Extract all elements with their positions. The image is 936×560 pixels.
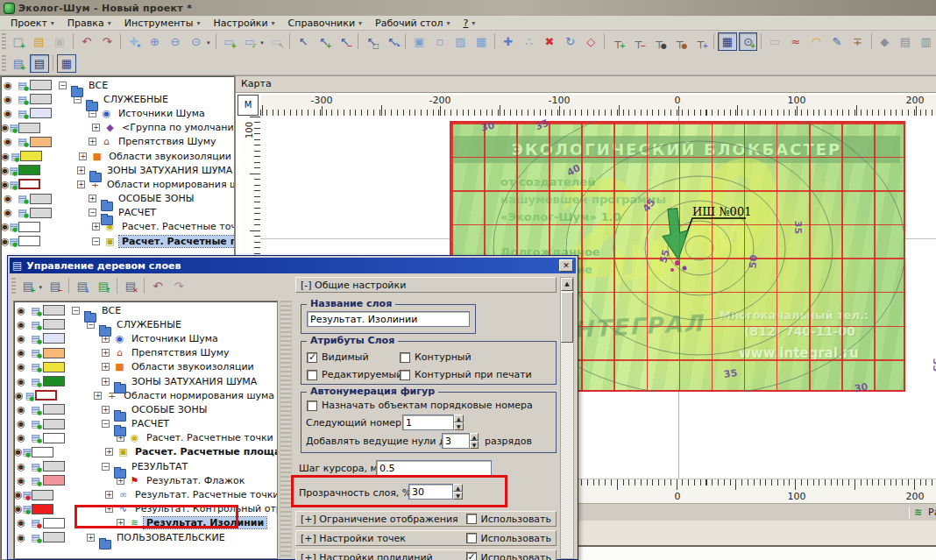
scroll-thumb[interactable] <box>561 292 573 343</box>
expand-toggle-icon[interactable]: + <box>102 378 110 386</box>
expand-toggle-icon[interactable]: − <box>102 463 110 471</box>
tree-row-label[interactable]: СЛУЖЕБНЫЕ <box>114 319 184 330</box>
visibility-eye-icon[interactable]: ◉ <box>1 136 15 147</box>
printer-icon[interactable]: ▤● <box>28 361 43 372</box>
helmet-button[interactable]: ◠ <box>807 32 826 51</box>
expand-toggle-icon[interactable]: + <box>105 448 113 456</box>
frame-apply-button[interactable]: ▭✓▾ <box>240 32 259 51</box>
visibility-eye-icon[interactable]: ◉ <box>14 333 28 344</box>
expand-toggle-icon[interactable]: − <box>92 237 100 245</box>
tree-row-label[interactable]: Результат. Флажок <box>144 475 247 486</box>
visibility-eye-icon[interactable]: ◉ <box>14 390 25 401</box>
section-display-limit[interactable]: [+] Ограничение отображения Использовать <box>295 511 557 527</box>
menu-edit[interactable]: Правка <box>60 17 117 30</box>
printer-icon[interactable]: ▤● <box>10 221 18 232</box>
frame-add-button[interactable]: ▭+ <box>219 32 238 51</box>
tree-row[interactable]: ◉▤●+⌂Препятствия Шуму <box>1 135 234 149</box>
tree-row-label[interactable]: Результат. Изолинии <box>144 517 266 528</box>
tree-row[interactable]: ◉▤●+ОСОБЫЕ ЗОНЫ <box>14 402 277 416</box>
layer-color-swatch[interactable] <box>43 433 65 443</box>
rotate-region-button[interactable]: ↻ <box>561 32 580 51</box>
dialog-title-bar[interactable]: ▤ Управление деревом слоев ✕ <box>10 258 576 273</box>
tree-row-label[interactable]: Области звукоизоляции <box>129 361 257 372</box>
leading-zeros-input[interactable] <box>442 433 470 449</box>
visibility-eye-icon[interactable]: ◉ <box>14 517 28 528</box>
move-objects-button[interactable]: ✚ <box>499 32 518 51</box>
expand-toggle-icon[interactable]: + <box>89 138 96 145</box>
visibility-eye-icon[interactable]: ◉ <box>14 319 28 330</box>
expand-toggle-icon[interactable]: + <box>105 505 113 513</box>
transparency-input[interactable] <box>408 484 453 500</box>
visibility-eye-icon[interactable]: ◉ <box>1 207 15 218</box>
tree-row-label[interactable]: РАСЧЕТ <box>129 418 172 429</box>
table-view-button[interactable]: ▤ <box>896 32 915 51</box>
move-layer-down-button[interactable]: ▤↓ <box>73 277 92 295</box>
tree-row-label[interactable]: Области звукоизоляции <box>106 151 234 162</box>
visibility-eye-icon[interactable]: ◉ <box>14 532 28 543</box>
visibility-eye-icon[interactable]: ◉ <box>14 347 28 358</box>
tree-row[interactable]: ◉▤●−◉Источники Шума <box>1 106 234 120</box>
visibility-eye-icon[interactable]: ◉ <box>14 503 23 514</box>
tree-row[interactable]: ◉▤●+∿Результат. Контрольный отрезок <box>14 502 277 516</box>
tree-row[interactable]: ◉▤●+⌂Препятствия Шуму <box>14 346 277 360</box>
layer-color-swatch[interactable] <box>43 404 65 415</box>
printer-icon[interactable]: ▤● <box>23 503 32 514</box>
visibility-eye-icon[interactable]: ◉ <box>1 80 15 91</box>
spinner-arrows[interactable]: ▲▼ <box>470 433 479 449</box>
tree-row[interactable]: ◉▤●+◉Источники Шума <box>14 331 277 345</box>
tree-row[interactable]: ◉▤●+◉Расчет. Расчетные точки <box>14 431 277 445</box>
layer-add-button[interactable]: ▤+ <box>9 54 28 73</box>
expand-toggle-icon[interactable]: + <box>92 124 100 131</box>
scroll-up-icon[interactable]: ▲ <box>561 278 573 291</box>
expand-toggle-icon[interactable]: + <box>77 181 85 188</box>
leading-zeros-spinner[interactable]: ▲▼ <box>442 433 479 449</box>
visibility-eye-icon[interactable]: ◉ <box>1 193 15 204</box>
tree-row[interactable]: ◉▤●+ЗОНЫ ЗАТУХАНИЯ ШУМА <box>1 163 234 177</box>
expand-toggle-icon[interactable]: − <box>102 420 110 428</box>
tree-row[interactable]: ◉▤●+∓Области нормирования шума <box>14 388 277 402</box>
printer-icon[interactable]: ▤● <box>28 517 43 528</box>
select-add-button[interactable]: ↖+ <box>315 32 334 51</box>
zoom-in-button[interactable]: ⊕ <box>145 32 165 51</box>
tree-row[interactable]: ◉▤●+∓Области нормирования шума <box>1 177 234 191</box>
delete-layer-button[interactable]: ▤✕ <box>121 277 140 295</box>
visibility-eye-icon[interactable]: ◉ <box>14 432 28 443</box>
layer-color-swatch[interactable] <box>30 194 52 204</box>
section-point-settings[interactable]: [+] Настройки точек Использовать <box>295 530 557 546</box>
tree-row[interactable]: ◉▤●+■Области звукоизоляции <box>14 360 277 374</box>
layer-color-swatch[interactable] <box>18 179 40 189</box>
tree-row[interactable]: ◉▤●+▣Расчет. Расчетные площадки <box>14 445 277 459</box>
expand-toggle-icon[interactable]: + <box>87 534 95 542</box>
source-label[interactable]: ИШ №001 <box>692 205 754 218</box>
contour-checkbox[interactable]: Контурный <box>400 351 472 363</box>
group-objects-button[interactable]: ▣ <box>409 32 429 51</box>
menu-references[interactable]: Справочники <box>281 17 368 30</box>
expand-toggle-icon[interactable]: + <box>77 167 85 174</box>
layer-color-swatch[interactable] <box>32 490 53 500</box>
printer-icon[interactable]: ▤● <box>15 80 30 91</box>
edit-nodes-button[interactable]: ∴ <box>520 32 539 51</box>
transparency-spinner[interactable]: ▲▼ <box>408 484 463 500</box>
printer-icon[interactable]: ▤● <box>28 461 43 472</box>
tree-row[interactable]: ◉▤●+■Области звукоизоляции <box>1 149 234 163</box>
tree-row[interactable]: ◉▤●−РАСЧЕТ <box>14 417 277 431</box>
tree-row-label[interactable]: Расчет. Расчетные точки <box>119 221 235 232</box>
printer-icon[interactable]: ▤● <box>25 390 36 401</box>
checkbox-icon[interactable] <box>307 401 317 411</box>
layer-color-swatch[interactable] <box>43 319 65 330</box>
ungroup-objects-button[interactable]: ▨ <box>451 32 471 51</box>
tree-row-label[interactable]: <Группа по умолчанию> <box>119 122 235 133</box>
printer-icon[interactable]: ▤● <box>28 305 43 316</box>
layer-name-input[interactable] <box>307 311 470 327</box>
visibility-eye-icon[interactable]: ◉ <box>14 361 28 372</box>
select-subtract-button[interactable]: ↖− <box>336 32 355 51</box>
menu-settings[interactable]: Настройки <box>206 17 280 30</box>
layer-color-swatch[interactable] <box>20 151 42 161</box>
use-checkbox[interactable]: Использовать <box>466 533 551 544</box>
tree-row[interactable]: ◉▤●+≋Результат. Изолинии <box>14 516 277 530</box>
tree-row[interactable]: ◉▤●−СЛУЖЕБНЫЕ <box>14 317 277 331</box>
menu-desktop[interactable]: Рабочий стол <box>368 17 456 30</box>
tree-row-label[interactable]: Источники Шума <box>129 333 221 344</box>
calc-point-add-button[interactable]: ┬+ <box>608 32 628 51</box>
calc-point-select-button[interactable]: ┬● <box>649 32 669 51</box>
